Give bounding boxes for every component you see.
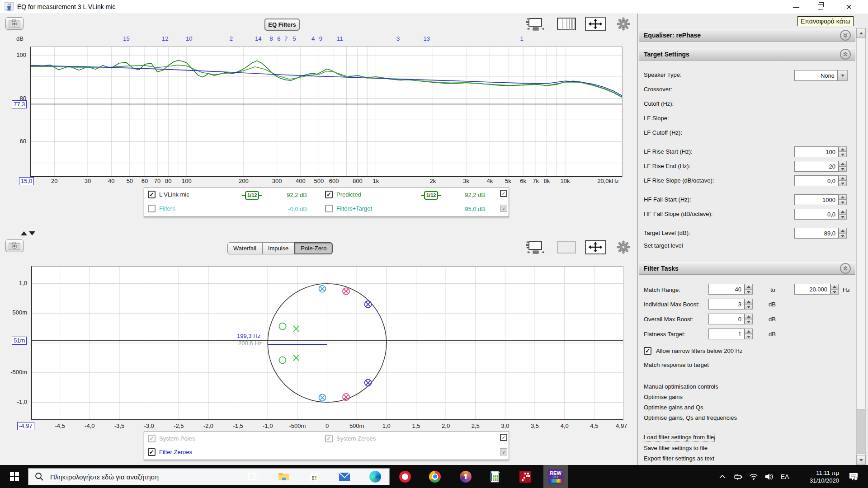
set-target-level-action[interactable]: Set target level: [644, 242, 683, 249]
splitter-down-arrow[interactable]: [29, 231, 35, 235]
lf-rise-start-input[interactable]: 100: [794, 146, 839, 157]
graph-settings-button-bottom[interactable]: [612, 239, 635, 255]
clock[interactable]: 11:11 πμ 31/10/2020: [794, 465, 841, 488]
volume-button[interactable]: [761, 465, 777, 488]
flatness-target-spinner[interactable]: [745, 328, 753, 339]
restore-button[interactable]: [809, 0, 832, 14]
filters-target-checkbox[interactable]: [325, 205, 333, 212]
hf-fall-slope-spinner[interactable]: [839, 209, 847, 220]
power-status-button[interactable]: [731, 465, 746, 488]
scrollbar-down-button[interactable]: [856, 455, 866, 465]
overall-max-boost-spinner[interactable]: [745, 314, 753, 324]
allow-narrow-filters-checkbox[interactable]: ✓: [644, 347, 651, 355]
match-range-to-input[interactable]: 20.000: [794, 284, 830, 295]
lf-rise-slope-spinner[interactable]: [839, 175, 847, 186]
tab-waterfall[interactable]: Waterfall: [227, 242, 262, 254]
splitter-up-arrow[interactable]: [21, 231, 27, 235]
graph-limits-button-bottom[interactable]: [523, 239, 547, 255]
measured-checkbox[interactable]: ✓: [148, 191, 156, 198]
filter-tasks-section-header[interactable]: Filter Tasks: [639, 262, 855, 275]
lf-rise-slope-input[interactable]: 0,0: [794, 175, 839, 186]
hf-fall-start-field[interactable]: 1000: [794, 194, 847, 205]
pan-button[interactable]: [584, 16, 607, 32]
frequency-axis-button[interactable]: [555, 16, 578, 32]
secure-browser-button[interactable]: [455, 465, 476, 488]
scrollbar-thumb[interactable]: [857, 409, 865, 454]
hf-fall-start-input[interactable]: 1000: [794, 194, 839, 205]
tray-expand-button[interactable]: [715, 465, 730, 488]
panel-scrollbar[interactable]: [856, 28, 866, 465]
chevron-down-icon[interactable]: [838, 70, 848, 81]
lf-rise-end-spinner[interactable]: [839, 161, 847, 172]
flatness-target-field[interactable]: 1: [708, 328, 753, 339]
predicted-checkbox[interactable]: ✓: [325, 191, 333, 198]
pixel-app-button[interactable]: [514, 465, 536, 488]
legend-scroll-down[interactable]: ∨: [500, 205, 507, 212]
chevron-double-down-icon[interactable]: [840, 30, 851, 41]
lf-rise-slope-field[interactable]: 0,0: [794, 175, 847, 186]
filter-zeroes-checkbox[interactable]: ✓: [148, 448, 156, 456]
filters-checkbox[interactable]: [148, 205, 156, 212]
libreoffice-calc-button[interactable]: [485, 465, 506, 488]
legend-scroll-down[interactable]: ∨: [500, 448, 507, 455]
match-range-from-spinner[interactable]: [745, 284, 753, 295]
close-button[interactable]: ✕: [835, 0, 863, 14]
graph-limits-button[interactable]: [523, 16, 547, 32]
individual-max-boost-spinner[interactable]: [745, 299, 753, 310]
legend-scroll-up[interactable]: ✓: [500, 434, 507, 441]
language-indicator[interactable]: ΕΛ: [777, 465, 793, 488]
measured-smoothing-badge[interactable]: 1/12: [242, 191, 262, 200]
hf-fall-slope-field[interactable]: 0,0: [794, 209, 847, 220]
match-range-to-spinner[interactable]: [830, 284, 839, 295]
capture-graph-button-bottom[interactable]: [5, 239, 24, 252]
lf-rise-end-field[interactable]: 20: [794, 161, 847, 172]
action-optimise-gains[interactable]: Optimise gains: [644, 394, 683, 400]
graph-settings-button[interactable]: [612, 16, 635, 32]
chevron-double-up-icon[interactable]: [840, 49, 851, 60]
file-explorer-button[interactable]: [273, 465, 295, 488]
action-save-filter-settings-to-file[interactable]: Save filter settings to file: [644, 445, 708, 451]
target-level-spinner[interactable]: [839, 228, 847, 239]
action-match-response-to-target[interactable]: Match response to target: [644, 361, 709, 368]
allow-narrow-filters-row[interactable]: ✓ Allow narrow filters below 200 Hz: [644, 347, 742, 355]
hf-fall-slope-input[interactable]: 0,0: [794, 209, 839, 220]
spl-plot-area[interactable]: [30, 47, 623, 177]
match-range-from-input[interactable]: 40: [708, 284, 745, 295]
lf-rise-start-field[interactable]: 100: [794, 146, 847, 157]
action-manual-optimisation-controls[interactable]: Manual optimisation controls: [644, 383, 718, 390]
action-optimise-gains-and-qs[interactable]: Optimise gains and Qs: [644, 404, 703, 411]
opera-button[interactable]: [394, 465, 416, 488]
network-button[interactable]: [746, 465, 761, 488]
action-optimise-gains-qs-and-frequencies[interactable]: Optimise gains, Qs and frequencies: [644, 414, 737, 421]
minimize-button[interactable]: —: [785, 0, 807, 14]
pan-button-bottom[interactable]: [584, 239, 607, 255]
pole-zero-plot-area[interactable]: [31, 266, 623, 420]
hf-fall-start-spinner[interactable]: [839, 194, 847, 205]
flatness-target-input[interactable]: 1: [708, 328, 745, 339]
lf-rise-end-input[interactable]: 20: [794, 161, 839, 172]
store-button[interactable]: [303, 465, 325, 488]
edge-button[interactable]: [364, 465, 386, 488]
individual-max-boost-field[interactable]: 3: [708, 299, 753, 310]
target-settings-section-header[interactable]: Target Settings: [639, 48, 855, 61]
legend-scroll-up[interactable]: ✓: [500, 190, 507, 197]
tab-impulse[interactable]: Impulse: [262, 242, 295, 254]
capture-graph-button[interactable]: [5, 17, 24, 30]
action-load-filter-settings-from-file[interactable]: Load filter settings from file: [644, 434, 714, 441]
target-level-field[interactable]: 89,0: [794, 228, 847, 239]
search-input[interactable]: [49, 473, 340, 481]
overall-max-boost-input[interactable]: 0: [708, 314, 745, 324]
scrollbar-up-button[interactable]: [856, 28, 866, 38]
tab-pole-zero[interactable]: Pole-Zero: [294, 242, 333, 254]
chrome-button[interactable]: [424, 465, 446, 488]
target-level-input[interactable]: 89,0: [794, 228, 839, 239]
equaliser-section-header[interactable]: Equaliser: rePhase: [639, 29, 855, 42]
start-button[interactable]: [4, 465, 25, 488]
overall-max-boost-field[interactable]: 0: [708, 314, 753, 324]
individual-max-boost-input[interactable]: 3: [708, 299, 745, 310]
speaker-type-select[interactable]: None: [794, 70, 848, 81]
mail-button[interactable]: [334, 465, 355, 488]
eq-filters-button[interactable]: EQ Filters: [264, 19, 300, 31]
chevron-double-up-icon[interactable]: [840, 263, 851, 274]
rew-button[interactable]: REW V5.1: [543, 465, 568, 488]
